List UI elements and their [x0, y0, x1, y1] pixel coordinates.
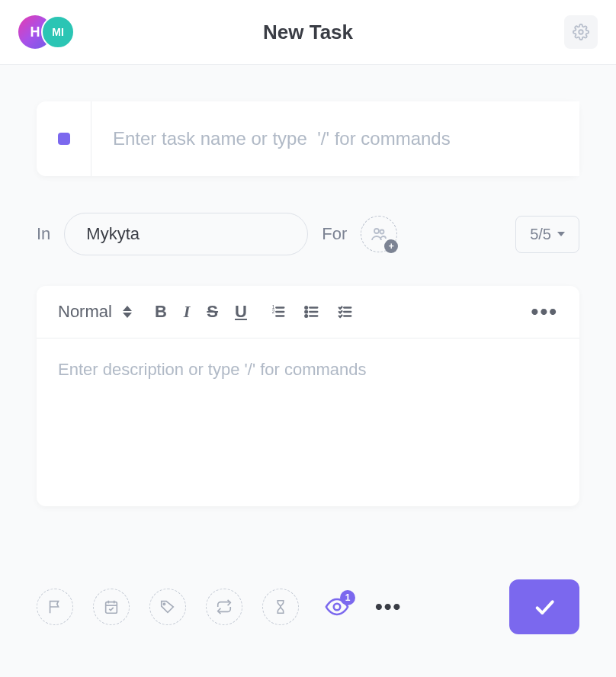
list-selector[interactable]: Mykyta	[64, 213, 308, 255]
status-selector[interactable]	[37, 101, 91, 176]
task-name-row	[37, 101, 579, 176]
format-select[interactable]: Normal	[58, 302, 132, 322]
italic-button[interactable]: I	[184, 302, 191, 322]
flag-icon	[47, 598, 63, 615]
checklist-button[interactable]	[337, 303, 354, 320]
svg-point-11	[305, 306, 307, 309]
chevron-down-icon	[557, 232, 565, 236]
modal-footer: 1 •••	[0, 543, 616, 671]
settings-button[interactable]	[564, 15, 598, 49]
calendar-icon	[103, 598, 120, 615]
priority-value: 5/5	[530, 226, 551, 243]
svg-point-12	[305, 311, 307, 313]
bold-button[interactable]: B	[155, 302, 167, 322]
task-name-input[interactable]	[91, 101, 579, 176]
in-label: In	[37, 224, 50, 244]
bullet-list-button[interactable]	[303, 303, 320, 320]
svg-point-2	[380, 230, 384, 234]
avatar-stack: H MI	[18, 15, 75, 49]
for-label: For	[322, 224, 347, 244]
toolbar-more-button[interactable]: •••	[531, 300, 558, 324]
svg-text:2: 2	[272, 309, 275, 314]
watcher-badge: 1	[340, 590, 355, 605]
description-placeholder: Enter description or type '/' for comman…	[58, 360, 367, 379]
svg-point-1	[374, 229, 379, 233]
tags-button[interactable]	[149, 589, 186, 625]
due-date-button[interactable]	[93, 589, 130, 625]
tag-icon	[159, 598, 176, 615]
priority-flag-button[interactable]	[37, 589, 73, 625]
underline-button[interactable]: U	[235, 302, 247, 322]
priority-select[interactable]: 5/5	[515, 216, 579, 253]
ordered-list-button[interactable]: 12	[270, 303, 287, 320]
gear-icon	[573, 24, 589, 40]
submit-button[interactable]	[509, 579, 579, 634]
text-style-group: B I S U	[155, 302, 247, 322]
description-input[interactable]: Enter description or type '/' for comman…	[37, 338, 579, 506]
meta-row: In Mykyta For + 5/5	[37, 213, 579, 255]
footer-more-button[interactable]: •••	[375, 595, 402, 619]
svg-point-0	[579, 30, 583, 34]
plus-icon: +	[384, 239, 398, 253]
hourglass-icon	[272, 598, 289, 615]
status-indicator	[58, 133, 70, 145]
sort-icon	[123, 306, 132, 318]
avatar-user[interactable]: MI	[41, 15, 75, 49]
svg-point-13	[305, 315, 307, 317]
people-icon	[370, 225, 388, 243]
svg-point-22	[334, 604, 341, 611]
description-card: Normal B I S U 12	[37, 286, 579, 506]
check-icon	[532, 595, 557, 619]
editor-toolbar: Normal B I S U 12	[37, 286, 579, 338]
modal-body: In Mykyta For + 5/5 Normal	[0, 65, 616, 543]
assignee-selector[interactable]: +	[361, 216, 397, 252]
strikethrough-button[interactable]: S	[207, 302, 218, 322]
recurring-button[interactable]	[206, 589, 242, 625]
format-label: Normal	[58, 302, 112, 322]
time-estimate-button[interactable]	[262, 589, 299, 625]
modal-title: New Task	[263, 21, 353, 44]
repeat-icon	[216, 598, 233, 615]
svg-point-21	[163, 603, 165, 605]
svg-rect-17	[106, 602, 117, 614]
modal-header: H MI New Task	[0, 0, 616, 65]
list-style-group: 12	[270, 303, 354, 320]
watchers-button[interactable]: 1	[319, 589, 355, 625]
